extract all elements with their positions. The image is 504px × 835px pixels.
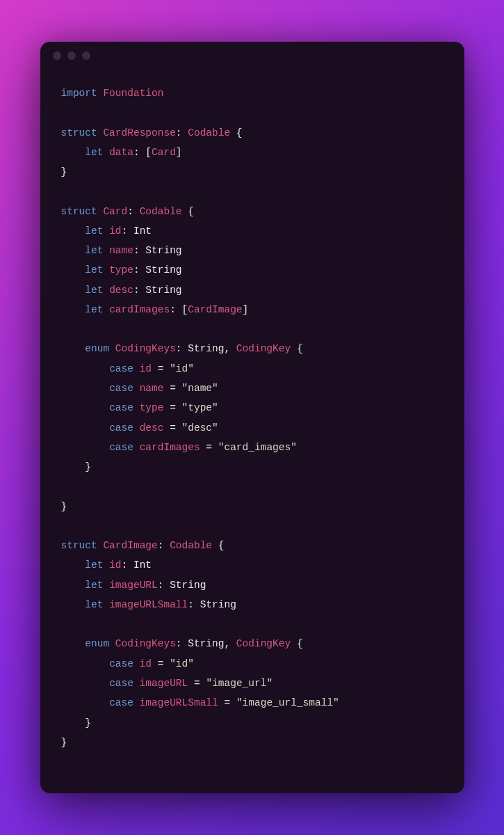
code-token: id — [140, 658, 152, 669]
code-line: let imageURL: String — [61, 575, 444, 595]
code-token: name — [109, 245, 133, 256]
code-token: } — [61, 737, 67, 748]
code-token: Codable — [170, 540, 212, 551]
code-token: = — [152, 658, 170, 669]
code-line: let type: String — [61, 260, 444, 280]
code-line: let name: String — [61, 241, 444, 260]
code-content: import Foundation struct CardResponse: C… — [40, 70, 464, 773]
code-token: import — [61, 88, 97, 99]
code-line: enum CodingKeys: String, CodingKey { — [61, 339, 444, 358]
code-token — [133, 678, 140, 689]
code-token: } — [61, 501, 67, 512]
code-token: : String, — [176, 638, 236, 649]
code-token: let — [85, 225, 103, 237]
code-token: : [ — [170, 304, 188, 315]
code-token: : String — [188, 599, 236, 610]
code-token: struct — [61, 127, 97, 138]
traffic-light-close-icon[interactable] — [53, 51, 61, 60]
code-token — [109, 638, 115, 649]
code-token: { — [212, 540, 224, 551]
code-token: Card — [152, 147, 176, 158]
traffic-light-zoom-icon[interactable] — [82, 51, 90, 60]
code-token: = — [200, 442, 218, 453]
code-line: } — [61, 497, 444, 516]
code-line: } — [61, 733, 444, 752]
code-token: struct — [61, 540, 97, 551]
code-token — [61, 225, 86, 237]
code-line: } — [61, 162, 444, 182]
code-token: enum — [85, 343, 109, 354]
code-token — [61, 285, 86, 296]
code-token: "type" — [182, 402, 218, 413]
code-token — [61, 422, 110, 434]
code-token: imageURLSmall — [140, 697, 218, 708]
code-line: struct Card: Codable { — [61, 202, 444, 221]
code-token: let — [85, 559, 103, 571]
code-token — [61, 264, 86, 276]
code-token — [103, 147, 109, 158]
code-token: "name" — [182, 383, 218, 394]
code-token: CardImage — [188, 304, 242, 315]
code-token: Codable — [188, 127, 230, 138]
code-token: case — [109, 363, 133, 374]
code-token: CardImage — [103, 540, 157, 551]
code-token: struct — [61, 206, 97, 217]
code-token: "id" — [170, 363, 194, 374]
code-token: "image_url" — [206, 678, 273, 689]
code-token: { — [291, 638, 302, 649]
code-line: case name = "name" — [61, 379, 444, 398]
code-token: : Int — [122, 559, 152, 571]
code-line — [61, 103, 444, 122]
code-token: let — [85, 285, 103, 296]
code-token — [103, 264, 109, 276]
code-token: = — [163, 383, 181, 394]
code-token — [61, 697, 110, 708]
code-token: let — [85, 147, 103, 158]
code-token: let — [85, 264, 103, 276]
code-line: case cardImages = "card_images" — [61, 438, 444, 457]
code-line — [61, 182, 444, 201]
code-line: let imageURLSmall: String — [61, 595, 444, 614]
code-token: desc — [140, 422, 164, 434]
code-token — [133, 383, 140, 394]
code-token: = — [163, 402, 181, 413]
code-line: import Foundation — [61, 84, 444, 103]
code-line: let cardImages: [CardImage] — [61, 300, 444, 319]
code-token: case — [109, 383, 133, 394]
code-token: = — [218, 697, 236, 708]
traffic-light-minimize-icon[interactable] — [67, 51, 76, 60]
code-token: { — [182, 206, 194, 217]
code-line: let data: [Card] — [61, 143, 444, 162]
code-token: case — [109, 442, 133, 453]
code-token: case — [109, 422, 133, 434]
code-token: = — [152, 363, 170, 374]
code-token — [103, 580, 109, 591]
code-token: : Int — [122, 225, 152, 237]
code-token: CodingKeys — [115, 343, 176, 354]
code-token: desc — [109, 285, 133, 296]
code-line: let desc: String — [61, 280, 444, 300]
code-token: : [ — [133, 147, 152, 158]
code-token: case — [109, 697, 133, 708]
code-token: case — [109, 402, 133, 413]
code-token — [61, 580, 86, 591]
code-token: enum — [85, 638, 109, 649]
code-line — [61, 516, 444, 536]
code-token: Codable — [140, 206, 182, 217]
code-line: let id: Int — [61, 221, 444, 241]
code-token: id — [109, 559, 121, 571]
code-line: let id: Int — [61, 555, 444, 575]
code-line — [61, 614, 444, 634]
code-line: case type = "type" — [61, 398, 444, 418]
code-line: case imageURL = "image_url" — [61, 674, 444, 693]
code-token: = — [163, 422, 181, 434]
code-token: data — [109, 147, 133, 158]
code-token — [133, 442, 140, 453]
code-token — [61, 304, 86, 315]
code-token: = — [188, 678, 206, 689]
code-line: struct CardResponse: Codable { — [61, 123, 444, 143]
code-token — [61, 343, 86, 354]
code-token: : String — [158, 580, 206, 591]
code-token: id — [140, 363, 152, 374]
code-token — [61, 599, 86, 610]
